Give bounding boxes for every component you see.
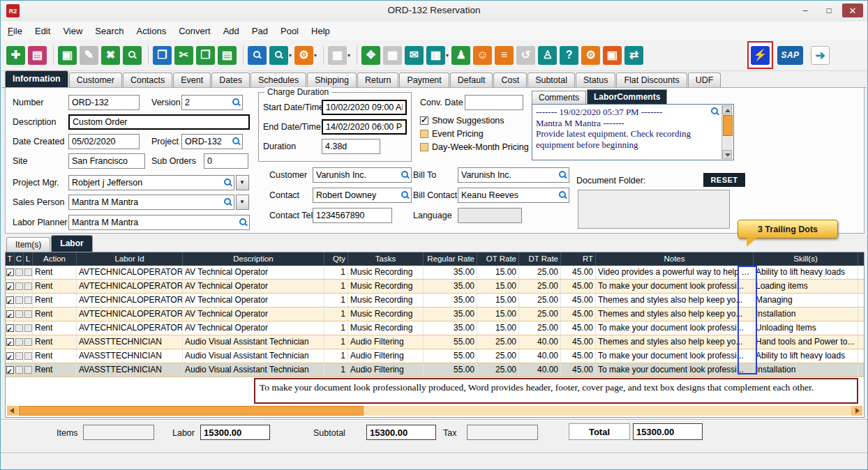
day-week-month-pricing-checkbox[interactable] [420,143,428,151]
contact-tel-input[interactable] [313,208,392,223]
row-checkbox[interactable] [6,268,14,276]
project-search-icon[interactable] [232,137,241,146]
close-button[interactable]: ✕ [842,3,863,17]
tab-default[interactable]: Default [450,73,493,87]
tab-schedules[interactable]: Schedules [250,73,306,87]
col-tasks[interactable]: Tasks [348,252,424,266]
options-icon-dropdown[interactable]: ▾ [314,52,317,59]
comments-scrollbar[interactable] [721,105,733,159]
menu-help[interactable]: Help [311,26,330,36]
date-created-input[interactable] [68,134,140,149]
tab-status[interactable]: Status [576,73,615,87]
sub-orders-input[interactable] [204,153,248,169]
menu-actions[interactable]: Actions [137,26,167,36]
help-chat-icon[interactable]: ? [558,43,580,67]
sales-person-dropdown[interactable] [236,195,249,210]
menu-view[interactable]: View [63,26,82,36]
col-notes[interactable]: Notes [596,252,754,266]
task-list-icon[interactable]: ≡ [493,43,515,67]
tab-dates[interactable]: Dates [211,73,250,87]
copy-order-icon[interactable]: ❐ [151,43,173,67]
col-skill-s[interactable]: Skill(s) [754,252,858,266]
scroll-up-arrow-icon[interactable] [722,105,732,114]
scroll-left-arrow-icon[interactable] [7,406,18,416]
end-datetime-input[interactable] [322,119,407,135]
col-l[interactable]: L [24,252,33,266]
labor-planner-search-icon[interactable] [239,218,248,227]
menu-edit[interactable]: Edit [35,26,50,36]
menu-pad[interactable]: Pad [252,26,268,36]
tab-event[interactable]: Event [173,73,211,87]
col-regular-rate[interactable]: Regular Rate [424,252,477,266]
menu-add[interactable]: Add [223,26,239,36]
table-row[interactable]: RentAVASSTTECHNICIANAudio Visual Assista… [6,363,864,377]
l-box[interactable] [24,366,32,374]
horizontal-scrollbar[interactable] [7,406,862,416]
stop-box-icon[interactable]: ▣ [601,43,623,67]
tab-customer[interactable]: Customer [69,73,122,87]
find-icon[interactable] [246,43,268,67]
row-checkbox[interactable] [6,366,14,374]
subtab-labor[interactable]: Labor [51,235,92,252]
site-input[interactable] [68,153,145,169]
reset-button[interactable]: RESET [703,173,745,187]
table-row[interactable]: RentAVTECHNICALOPERATORAV Technical Oper… [6,280,864,294]
row-checkbox[interactable] [6,296,14,304]
start-datetime-input[interactable] [322,100,407,115]
comment-icon[interactable]: ✉ [403,43,425,67]
tab-cost[interactable]: Cost [493,73,527,87]
table-row[interactable]: RentAVTECHNICALOPERATORAV Technical Oper… [6,321,864,335]
comments-tab-comments[interactable]: Comments [532,91,586,104]
table-row[interactable]: RentAVTECHNICALOPERATORAV Technical Oper… [6,308,864,321]
number-input[interactable] [68,95,140,110]
document-folder-box[interactable] [578,190,730,229]
l-box[interactable] [24,324,32,332]
contact-input[interactable] [313,188,412,203]
minimize-button[interactable]: – [795,3,816,17]
comments-tab-laborcomments[interactable]: LaborComments [587,89,667,104]
menu-file[interactable]: File [8,26,22,36]
cut-icon[interactable]: ✂ [173,43,195,67]
cart-icon-dropdown[interactable]: ▾ [347,52,350,59]
show-suggestions-checkbox[interactable] [420,116,428,125]
c-box[interactable] [15,352,23,360]
l-box[interactable] [24,352,32,360]
tab-flat-discounts[interactable]: Flat Discounts [616,73,687,87]
exit-icon[interactable]: ➔ [809,43,831,67]
search-icon[interactable] [121,43,143,67]
conv-date-input[interactable] [465,95,523,110]
table-row[interactable]: RentAVTECHNICALOPERATORAV Technical Oper… [6,266,864,280]
event-pricing-checkbox[interactable] [420,130,428,138]
transfer-icon[interactable]: ⇄ [623,43,645,67]
horizontal-scroll-thumb[interactable] [19,406,364,416]
col-qty[interactable]: Qty [324,252,348,266]
version-search-icon[interactable] [232,98,241,107]
contact-search-icon[interactable] [401,190,410,199]
table-row[interactable]: RentAVASSTTECHNICIANAudio Visual Assista… [6,349,864,363]
table-row[interactable]: RentAVASSTTECHNICIANAudio Visual Assista… [6,335,864,349]
tab-udf[interactable]: UDF [688,73,721,87]
maximize-button[interactable]: □ [818,3,839,17]
find-resource-icon-dropdown[interactable]: ▾ [289,52,292,59]
col-description[interactable]: Description [183,252,324,266]
project-mgr-input[interactable] [68,175,234,190]
lightning-icon[interactable]: ⚡ [749,43,771,67]
bill-to-search-icon[interactable] [558,170,567,179]
delete-icon[interactable]: ✖ [100,43,121,67]
col-t[interactable]: T [6,252,15,266]
calendar-icon-dropdown[interactable]: ▾ [446,52,449,59]
person-search-icon[interactable]: ♙ [537,43,558,67]
comments-scroll-thumb[interactable] [723,115,733,136]
col-c[interactable]: C [15,252,24,266]
find-resource-icon[interactable]: ▾ [268,43,293,67]
smiley-icon[interactable]: ☺ [472,43,493,67]
description-input[interactable] [68,114,250,130]
sales-person-search-icon[interactable] [223,197,232,206]
col-action[interactable]: Action [33,252,77,266]
paste-icon[interactable]: ▤ [216,43,238,67]
notes-detail-box[interactable]: To make your document look professionall… [254,378,858,404]
print-icon[interactable]: ▤ [27,43,48,67]
l-box[interactable] [24,282,32,290]
project-mgr-dropdown[interactable] [236,175,249,190]
l-box[interactable] [24,310,32,318]
